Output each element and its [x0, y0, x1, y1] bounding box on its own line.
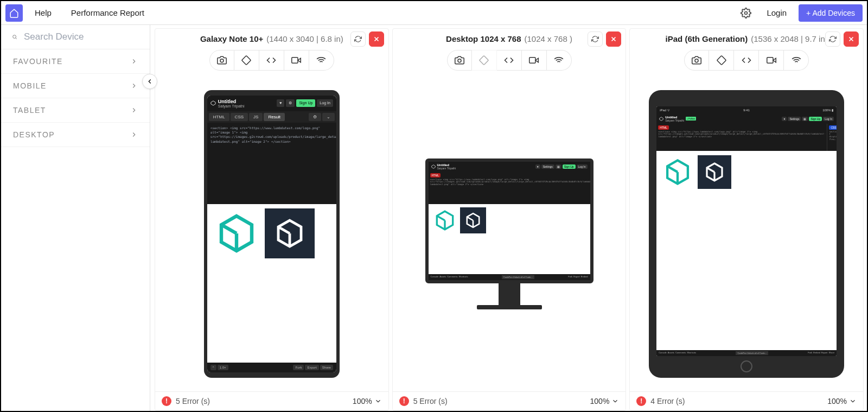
ipad-screen[interactable]: iPad ᯤ 9:41 100% ▮ UntitledSatyam Tripat… [656, 106, 837, 356]
device-dimensions: (1024 x 768 ) [525, 34, 572, 43]
zoom-value: 100% [590, 397, 610, 405]
device-dimensions: (1440 x 3040 | 6.8 in) [266, 34, 343, 43]
chevron-right-icon [130, 131, 138, 138]
phone-screen[interactable]: UntitledSatyam Tripathi ♥ ⚙ Sign Up Log … [207, 96, 336, 372]
screenshot-button[interactable] [209, 50, 234, 71]
signup-button: Sign Up [296, 99, 315, 107]
zoom-control[interactable]: 100% [590, 397, 620, 405]
error-badge[interactable]: ! 5 Error (s) [162, 396, 210, 406]
search-input[interactable] [24, 31, 139, 42]
close-device-button[interactable] [844, 31, 859, 47]
sidebar-item-label: MOBILE [13, 81, 47, 90]
help-link[interactable]: Help [27, 4, 59, 22]
rotate-icon [717, 55, 726, 65]
svg-marker-10 [211, 101, 215, 105]
monitor-screen[interactable]: UntitledSatyam Tripathi ♥ Settings ▦ Sig… [425, 159, 593, 283]
error-icon: ! [399, 396, 409, 406]
fork-label: Fork [293, 365, 304, 370]
sidebar: FAVOURITE MOBILE TABLET DESKTOP [1, 25, 150, 411]
codepen-result [429, 204, 590, 274]
device-column-ipad: iPad (6th Generation) (1536 x 2048 | 9.7… [629, 28, 864, 411]
sidebar-item-favourite[interactable]: FAVOURITE [1, 49, 150, 74]
screenshot-button[interactable] [447, 50, 472, 71]
search-icon [12, 31, 17, 42]
performance-report-link[interactable]: Performance Report [63, 4, 152, 22]
camera-icon [217, 55, 227, 65]
gear-icon [741, 8, 751, 18]
devtools-button[interactable] [259, 50, 284, 71]
network-button[interactable] [784, 50, 809, 71]
logo-light [661, 155, 694, 189]
chevron-right-icon [130, 82, 138, 90]
chevron-right-icon [130, 58, 138, 65]
svg-marker-26 [660, 117, 663, 121]
screenshot-button[interactable] [684, 50, 709, 71]
device-column-desktop: Desktop 1024 x 768 (1024 x 768 ) [392, 28, 627, 411]
error-badge[interactable]: ! 4 Error (s) [636, 396, 685, 406]
network-button[interactable] [309, 50, 334, 71]
zoom-control[interactable]: 100% [353, 397, 382, 405]
svg-rect-24 [767, 58, 773, 64]
codepen-panels: HTML<section> <img src="https://www.lamb… [656, 124, 837, 151]
ipad-status-bar: iPad ᯤ 9:41 100% ▮ [656, 106, 837, 114]
refresh-button[interactable] [825, 31, 840, 47]
svg-rect-14 [480, 56, 489, 65]
svg-point-5 [220, 59, 224, 62]
video-button[interactable] [759, 50, 784, 71]
collapse-sidebar-button[interactable] [142, 74, 157, 89]
rotate-button[interactable] [709, 50, 734, 71]
video-button[interactable] [284, 50, 309, 71]
sidebar-item-mobile[interactable]: MOBILE [1, 74, 150, 98]
device-footer: ! 5 Error (s) 100% [393, 391, 626, 410]
gear-icon: ⚙ [309, 113, 321, 121]
login-link[interactable]: Login [761, 5, 792, 21]
close-device-button[interactable] [606, 31, 621, 47]
home-button[interactable] [5, 4, 23, 22]
wifi-icon [792, 55, 801, 65]
ipad-time: 9:41 [743, 109, 750, 112]
device-dimensions: (1536 x 2048 | 9.7 in) [751, 34, 828, 43]
rotate-button[interactable] [234, 50, 259, 71]
ipad-frame: iPad ᯤ 9:41 100% ▮ UntitledSatyam Tripat… [649, 90, 844, 378]
device-toolbar [393, 47, 626, 76]
refresh-button[interactable] [588, 31, 603, 47]
signup-label: Sign Up [563, 164, 576, 169]
camera-icon [692, 55, 701, 65]
device-toolbar [155, 47, 388, 76]
svg-point-13 [458, 59, 461, 62]
login-button: Log In [317, 99, 333, 107]
add-devices-button[interactable]: + Add Devices [799, 4, 863, 22]
logo-dark [265, 208, 315, 258]
device-title: Desktop 1024 x 768 [446, 34, 521, 43]
zoom-control[interactable]: 100% [827, 397, 857, 405]
tab-js: JS [249, 113, 263, 121]
device-header: iPad (6th Generation) (1536 x 2048 | 9.7… [630, 29, 863, 47]
codepen-author: Satyam Tripathi [437, 167, 456, 170]
logo-dark [698, 155, 731, 189]
rotate-icon [241, 55, 251, 65]
devtools-button[interactable] [497, 50, 522, 71]
logo-light [432, 207, 458, 233]
close-icon [373, 35, 380, 43]
device-footer: ! 4 Error (s) 100% [630, 391, 863, 410]
device-content: Galaxy Note 10+ (1440 x 3040 | 6.8 in) [150, 25, 867, 411]
tab-css: CSS [231, 113, 248, 121]
svg-marker-18 [431, 164, 435, 168]
refresh-button[interactable] [350, 31, 366, 47]
error-badge[interactable]: ! 5 Error (s) [399, 396, 448, 406]
codepen-icon [431, 164, 436, 169]
main: FAVOURITE MOBILE TABLET DESKTOP Galaxy N… [1, 25, 867, 411]
video-button[interactable] [522, 50, 547, 71]
ipad-home-button [741, 360, 752, 372]
rotate-icon [479, 55, 489, 65]
sidebar-item-tablet[interactable]: TABLET [1, 98, 150, 123]
rotate-button[interactable] [472, 50, 497, 71]
settings-button[interactable] [737, 4, 755, 22]
sidebar-item-label: FAVOURITE [13, 57, 63, 66]
devtools-button[interactable] [734, 50, 759, 71]
close-device-button[interactable] [369, 31, 384, 47]
sidebar-item-desktop[interactable]: DESKTOP [1, 123, 150, 147]
tab-result: Result [264, 113, 285, 121]
zoom-value: 100% [353, 397, 372, 405]
network-button[interactable] [547, 50, 572, 71]
